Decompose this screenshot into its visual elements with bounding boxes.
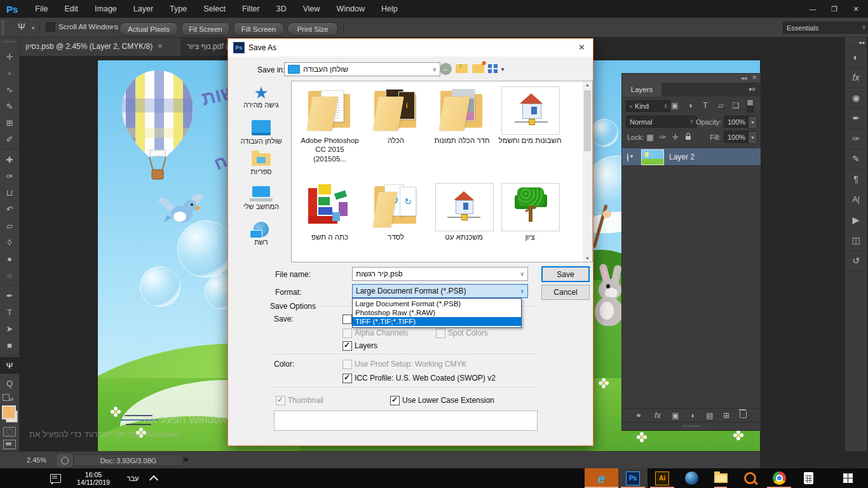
blend-mode-select[interactable]: Normal ⇕ — [626, 116, 697, 128]
workspace-switcher[interactable]: Essentials ⇕ — [783, 22, 868, 34]
dialog-title-bar[interactable]: Ps Save As ✕ — [228, 39, 593, 57]
menu-filter[interactable]: Filter — [234, 0, 268, 18]
file-item[interactable]: משכנתא עט — [430, 183, 498, 262]
layer-mask-icon[interactable]: ▣ — [670, 410, 681, 421]
menu-help[interactable]: Help — [373, 0, 406, 18]
file-item[interactable]: כתה ה תשפ — [298, 183, 362, 262]
actions-icon[interactable]: ▶ — [845, 210, 867, 231]
format-option-tiff[interactable]: TIFF (*.TIF;*.TIFF) — [353, 317, 521, 326]
sidebar-item-desktop[interactable]: שולחן העבודה — [233, 120, 290, 145]
menu-type[interactable]: Type — [161, 0, 195, 18]
3d-icon[interactable]: ◫ — [845, 230, 867, 251]
tab-layers[interactable]: Layers — [622, 83, 661, 97]
layers-checkbox[interactable] — [342, 341, 352, 351]
delete-layer-icon[interactable] — [738, 409, 748, 419]
action-center-icon[interactable] — [44, 468, 66, 488]
zoom-tool[interactable]: Q — [0, 375, 19, 391]
panel-menu-icon[interactable]: ▾≡ — [749, 86, 756, 93]
screen-mode-icon[interactable] — [3, 440, 16, 449]
marquee-tool[interactable]: ▫ — [0, 65, 19, 81]
restore-button[interactable]: ❐ — [824, 0, 845, 18]
fill-chevron-icon[interactable]: ▼ — [748, 131, 757, 144]
format-combobox[interactable]: Large Document Format (*.PSB) ∨ — [352, 284, 528, 298]
menu-layer[interactable]: Layer — [125, 0, 161, 18]
default-colors-icon[interactable] — [3, 394, 10, 401]
file-item[interactable]: Ai i הכלה — [364, 86, 428, 169]
format-option-raw[interactable]: Photoshop Raw (*.RAW) — [353, 308, 521, 317]
opacity-chevron-icon[interactable]: ▼ — [748, 116, 757, 129]
save-in-combobox[interactable]: שולחן העבודה ∨ — [284, 62, 440, 76]
blur-tool[interactable]: ● — [0, 250, 19, 267]
show-hidden-icons-chevron[interactable] — [145, 468, 163, 488]
doc-size-field[interactable]: Doc: 3.93G/3.08G — [74, 454, 183, 466]
file-list[interactable]: ▲ ▼ Adobe Photoshop CC 2015 (201505... A… — [291, 81, 593, 262]
filter-toggle-switch[interactable] — [747, 99, 754, 112]
file-list-scrollbar[interactable]: ▲ ▼ — [583, 81, 592, 262]
foreground-color-swatch[interactable] — [2, 405, 16, 419]
taskbar-app-globe[interactable] — [677, 468, 706, 488]
menu-image[interactable]: Image — [86, 0, 125, 18]
paths-icon[interactable]: ✒ — [845, 108, 867, 129]
menu-view[interactable]: View — [295, 0, 329, 18]
eraser-tool[interactable]: ▱ — [0, 217, 19, 234]
language-indicator[interactable]: עבר — [121, 468, 145, 488]
taskbar-app-chrome[interactable] — [764, 468, 794, 488]
smart-object-filter-icon[interactable]: ❏ — [730, 100, 742, 111]
clock-icon[interactable] — [57, 454, 72, 466]
hand-tool[interactable]: Ψ — [0, 357, 19, 374]
lock-position-icon[interactable]: ✛ — [670, 132, 681, 142]
layer-thumbnail[interactable] — [641, 149, 664, 165]
rectangle-tool[interactable]: ■ — [0, 337, 19, 353]
scroll-down-icon[interactable]: ▼ — [585, 256, 590, 261]
history-icon[interactable]: ↺ — [845, 250, 867, 271]
back-icon[interactable]: ← — [440, 63, 452, 75]
tab-1-close-icon[interactable]: × — [158, 42, 162, 51]
menu-file[interactable]: File — [27, 0, 56, 18]
use-lower-case-extension-checkbox[interactable] — [390, 396, 400, 405]
file-item[interactable]: חדר הכלה תמונות — [430, 86, 494, 169]
menu-3d[interactable]: 3D — [268, 0, 295, 18]
adjustments-icon[interactable]: ◐ — [845, 47, 867, 68]
pixel-layer-filter-icon[interactable]: ▣ — [669, 100, 681, 111]
spot-healing-tool[interactable]: ✚ — [0, 151, 19, 168]
paragraph-icon[interactable]: ¶ — [845, 169, 867, 190]
menu-edit[interactable]: Edit — [57, 0, 87, 18]
panel-resize-grip[interactable] — [682, 425, 700, 427]
new-folder-icon[interactable]: ✱ — [472, 64, 484, 73]
scroll-up-icon[interactable]: ▲ — [585, 83, 590, 87]
as-a-copy-checkbox[interactable] — [342, 315, 352, 324]
brush-settings-icon[interactable]: ✎ — [845, 149, 867, 170]
tool-preset-chevron-icon[interactable]: ▼ — [31, 25, 36, 31]
view-menu-icon[interactable] — [488, 64, 498, 73]
zoom-level[interactable]: 2.45% — [27, 456, 46, 464]
view-menu-chevron-icon[interactable]: ▼ — [500, 67, 505, 72]
layer-effects-icon[interactable]: fx — [653, 410, 663, 421]
close-button[interactable]: ✕ — [845, 0, 867, 18]
up-one-level-icon[interactable]: ↑ — [456, 64, 468, 73]
link-layers-icon[interactable]: ⚭ — [634, 410, 644, 421]
quick-mask-icon[interactable] — [3, 427, 16, 437]
type-tool[interactable]: T — [0, 304, 19, 320]
status-expand-icon[interactable]: ▶ — [184, 456, 189, 463]
dodge-tool[interactable]: ○ — [0, 267, 19, 283]
actual-pixels-button[interactable]: Actual Pixels — [119, 22, 178, 36]
dialog-close-icon[interactable]: ✕ — [578, 43, 585, 52]
brush-tool[interactable]: ✑ — [0, 168, 19, 184]
minimize-button[interactable]: — — [802, 0, 824, 18]
menu-select[interactable]: Select — [195, 0, 234, 18]
crop-tool[interactable]: ⊞ — [0, 114, 19, 131]
lasso-tool[interactable]: ∿ — [0, 81, 19, 98]
taskbar-app-file-explorer[interactable] — [706, 468, 735, 488]
layer-row-layer-2[interactable]: Layer 2 — [622, 147, 761, 166]
move-tool[interactable]: ✛ — [0, 48, 19, 65]
history-brush-tool[interactable]: ↶ — [0, 201, 19, 217]
lock-transparency-icon[interactable]: ▦ — [645, 132, 655, 142]
character-icon[interactable]: A| — [845, 189, 867, 210]
scroll-all-windows-checkbox[interactable] — [46, 22, 55, 32]
path-selection-tool[interactable]: ➤ — [0, 320, 19, 337]
lock-all-icon[interactable] — [683, 131, 693, 141]
sidebar-item-network[interactable]: רשת — [233, 222, 290, 246]
taskbar-app-edge[interactable]: e — [585, 468, 618, 488]
dock-collapse-icon[interactable]: ◀◀ — [845, 37, 867, 47]
layer-group-icon[interactable]: ▤ — [705, 410, 715, 421]
